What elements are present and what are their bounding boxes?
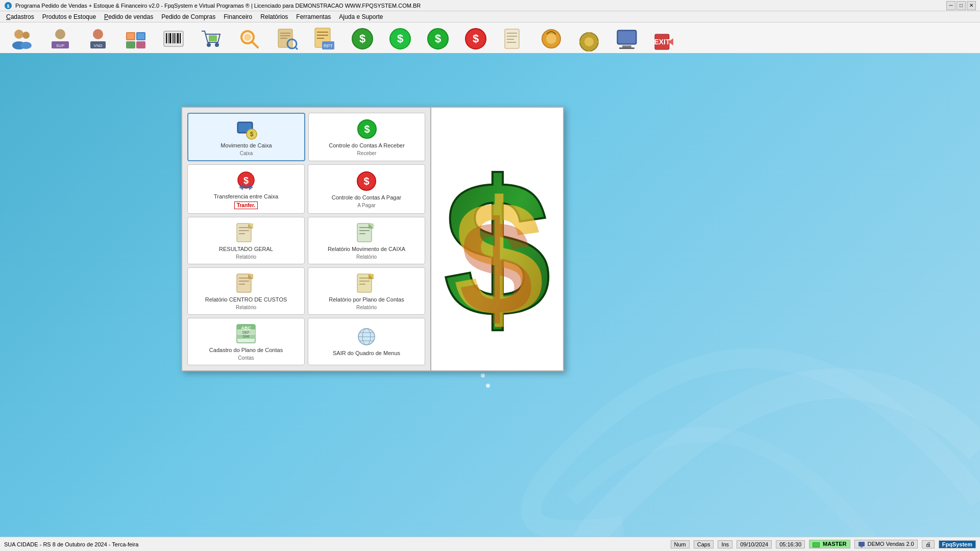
svg-text:$: $ xyxy=(459,194,533,342)
contas-receber-card[interactable]: $ Controle do Contas A Receber Receber xyxy=(308,113,425,161)
svg-point-28 xyxy=(215,43,219,47)
svg-rect-67 xyxy=(618,31,635,43)
contas-pagar-card[interactable]: $ Controle do Contas A Pagar A Pagar xyxy=(308,164,425,214)
exit-icon: EXIT xyxy=(652,30,677,54)
plano-contas-relatorio-icon xyxy=(355,272,378,294)
menu-cadastros[interactable]: Cadastros xyxy=(2,12,38,21)
vendor-icon: VND xyxy=(86,27,110,51)
consult-icon xyxy=(275,27,299,51)
title-bar-controls[interactable]: ─ □ ✕ xyxy=(946,1,976,10)
svg-rect-19 xyxy=(166,33,167,43)
svg-text:$: $ xyxy=(435,32,441,45)
svg-text:$: $ xyxy=(364,123,370,135)
finance-icon: $ xyxy=(350,27,375,51)
status-bar: SUA CIDADE - RS 8 de Outubro de 2024 - T… xyxy=(0,537,980,551)
apagar-icon: $ xyxy=(463,27,488,51)
svg-rect-15 xyxy=(137,33,144,39)
relatorio-mov-caixa-card[interactable]: Relatório Movimento de CAIXA Relatório xyxy=(308,217,425,264)
svg-rect-21 xyxy=(169,33,171,43)
svg-rect-26 xyxy=(180,33,181,43)
svg-rect-123 xyxy=(861,546,863,547)
relatorio-mov-caixa-sublabel: Relatório xyxy=(356,254,377,260)
menu-pedido-vendas[interactable]: Pedido de vendas xyxy=(100,12,157,21)
menu-ajuda-suporte[interactable]: Ajuda e Suporte xyxy=(335,12,387,21)
cadastro-plano-contas-card[interactable]: ABC DEF GHI Cadastro do Plano de Contas … xyxy=(187,318,305,365)
svg-rect-65 xyxy=(595,41,599,43)
time-badge: 05:16:30 xyxy=(776,540,805,548)
plano-contas-relatorio-card[interactable]: Relatório por Plano de Contas Relatório xyxy=(308,267,425,315)
svg-point-27 xyxy=(207,43,211,47)
brand-badge: FpqSystem xyxy=(939,540,976,548)
svg-line-38 xyxy=(295,47,298,49)
cadastro-plano-contas-label: Cadastro do Plano de Contas xyxy=(209,347,283,353)
svg-point-2 xyxy=(14,30,23,39)
transfer-card-icon: $ xyxy=(235,169,257,191)
svg-text:$: $ xyxy=(243,176,249,186)
svg-point-32 xyxy=(244,34,251,41)
menu-produtos-estoque[interactable]: Produtos e Estoque xyxy=(38,12,100,21)
contas-card-icon: ABC DEF GHI xyxy=(235,322,257,345)
report-icon: RPT xyxy=(312,27,337,51)
menu-row-3: RESULTADO GERAL Relatório xyxy=(187,217,425,264)
maximize-button[interactable]: □ xyxy=(957,1,966,10)
svg-rect-22 xyxy=(172,33,173,43)
svg-rect-29 xyxy=(209,35,217,41)
menu-relatorios[interactable]: Relatórios xyxy=(256,12,292,21)
apagar-card-icon: $ xyxy=(355,170,378,192)
svg-rect-13 xyxy=(127,33,134,39)
svg-text:$: $ xyxy=(363,176,369,187)
contas-receber-label: Controle do Contas A Receber xyxy=(329,142,405,148)
app-icon: $ xyxy=(4,2,12,10)
svg-point-59 xyxy=(546,34,556,44)
transferencia-sublabel: Tranfer. xyxy=(234,202,258,209)
caixa-card-icon: $ xyxy=(235,118,258,140)
resultado-geral-card[interactable]: RESULTADO GERAL Relatório xyxy=(187,217,305,264)
centro-custos-sublabel: Relatório xyxy=(236,305,256,310)
svg-text:DEF: DEF xyxy=(242,331,250,334)
sair-label: SAIR do Quadro de Menus xyxy=(333,350,400,356)
svg-text:EXIT: EXIT xyxy=(654,38,670,46)
svg-rect-68 xyxy=(622,45,631,47)
suporte-icon xyxy=(539,27,564,51)
caps-badge: Caps xyxy=(694,540,714,548)
relatorio-mov-caixa-icon xyxy=(355,221,378,244)
svg-rect-25 xyxy=(177,33,179,43)
status-left-text: SUA CIDADE - RS 8 de Outubro de 2024 - T… xyxy=(4,541,138,547)
svg-point-5 xyxy=(20,42,32,49)
decoration-swirl xyxy=(521,194,980,551)
centro-custos-icon xyxy=(235,272,257,294)
svg-line-31 xyxy=(252,42,258,47)
movimento-caixa-card[interactable]: $ Movimento de Caixa Caixa xyxy=(187,113,305,161)
menu-financeiro[interactable]: Financeiro xyxy=(219,12,256,21)
svg-rect-63 xyxy=(588,47,590,52)
sair-card[interactable]: SAIR do Quadro de Menus xyxy=(308,318,425,365)
ins-badge: Ins xyxy=(718,540,732,548)
svg-rect-62 xyxy=(588,32,590,36)
svg-point-61 xyxy=(584,37,594,46)
transferencia-card[interactable]: $ Transferencia entre Caixa Tranfer. xyxy=(187,164,305,214)
menu-row-2: $ Transferencia entre Caixa Tranfer. $ xyxy=(187,164,425,214)
master-badge: MASTER xyxy=(809,540,850,548)
date-badge: 09/10/2024 xyxy=(737,540,772,548)
sair-card-icon xyxy=(355,325,378,348)
svg-text:ABC: ABC xyxy=(241,325,251,331)
resultado-geral-sublabel: Relatório xyxy=(236,254,256,260)
dot-3 xyxy=(481,373,485,378)
minimize-button[interactable]: ─ xyxy=(946,1,955,10)
main-background: $ Movimento de Caixa Caixa $ Controle do… xyxy=(0,53,980,551)
menu-row-1: $ Movimento de Caixa Caixa $ Controle do… xyxy=(187,113,425,161)
menu-row-5: ABC DEF GHI Cadastro do Plano de Contas … xyxy=(187,318,425,365)
menu-ferramentas[interactable]: Ferramentas xyxy=(292,12,335,21)
title-bar: $ Programa Pedido de Vendas + Estoque & … xyxy=(0,0,980,11)
image-panel: $ $ $ xyxy=(430,108,563,370)
dollar-sign-image: $ $ $ xyxy=(436,132,558,346)
relatorio-mov-caixa-label: Relatório Movimento de CAIXA xyxy=(328,246,405,252)
centro-custos-card[interactable]: Relatório CENTRO DE CUSTOS Relatório xyxy=(187,267,305,315)
svg-rect-16 xyxy=(126,41,135,48)
svg-text:$: $ xyxy=(250,131,253,138)
menu-pedido-compras[interactable]: Pedido de Compras xyxy=(157,12,219,21)
close-button[interactable]: ✕ xyxy=(967,1,976,10)
svg-text:$: $ xyxy=(359,32,365,45)
svg-point-6 xyxy=(55,29,65,39)
dot-4 xyxy=(486,384,490,388)
